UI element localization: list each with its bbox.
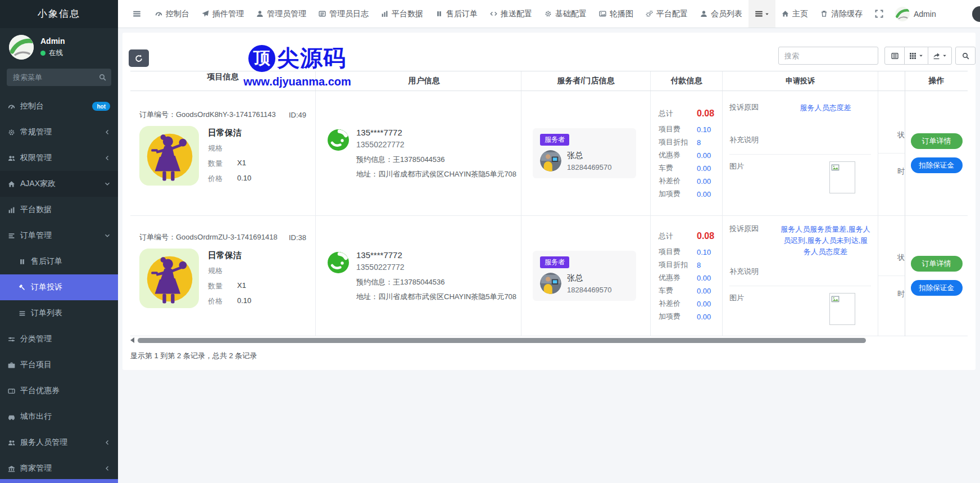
payment-line: 优惠券0.00	[659, 149, 722, 162]
sidebar-item-general[interactable]: 常规管理	[0, 119, 118, 145]
server-avatar	[540, 150, 561, 171]
order-id: ID:38	[289, 233, 306, 242]
complaint-image-thumb[interactable]	[829, 293, 855, 325]
columns-button[interactable]	[904, 47, 928, 65]
sidebar-toggle-button[interactable]	[125, 0, 149, 28]
watermark-logo: 顶	[248, 45, 275, 72]
product-image[interactable]	[139, 249, 199, 308]
header-complaint: 申请投诉	[723, 71, 878, 91]
detail-view-button[interactable]	[884, 47, 905, 65]
nav-admin-logs[interactable]: 管理员日志	[312, 0, 375, 28]
nav-aftersale-orders[interactable]: 售后订单	[429, 0, 484, 28]
top-navbar: 控制台 插件管理 管理员管理 管理员日志 平台数据 售后订单 推送配置 基础配置…	[118, 0, 980, 28]
refresh-button[interactable]	[129, 49, 149, 67]
order-id: ID:49	[289, 111, 306, 119]
chevron-left-icon	[105, 154, 110, 162]
order-number: 订单编号：GoodsOrdK8hY-3-1741761143	[139, 110, 276, 120]
sidebar-item-platform-data[interactable]: 平台数据	[0, 197, 118, 223]
header-actions: 操作	[905, 71, 968, 91]
actions-fixed-column: 操作 订单详情 扣除保证金 订单详情 扣除保证金	[905, 71, 968, 336]
header-server: 服务者/门店信息	[521, 71, 651, 91]
menu-search-input[interactable]	[7, 69, 111, 86]
nav-carousel[interactable]: 轮播图	[593, 0, 639, 28]
server-name: 张总	[567, 273, 612, 283]
nav-username[interactable]: Admin	[914, 10, 936, 19]
payment-line: 项目费0.10	[659, 246, 722, 259]
chevron-left-icon	[105, 464, 110, 473]
online-dot-icon	[40, 51, 46, 56]
export-icon	[933, 52, 940, 60]
payment-line: 项目费0.10	[659, 123, 722, 136]
user-icon	[256, 10, 264, 17]
user-phone: 13550227772	[356, 263, 516, 272]
deduct-deposit-button[interactable]: 扣除保证金	[911, 157, 963, 173]
sidebar: 小象信息 Admin 在线 控制台hot 常规管理 权限管理 AJAX家政 平台…	[0, 0, 118, 483]
nav-plugins[interactable]: 插件管理	[196, 0, 250, 28]
nav-members[interactable]: 会员列表	[694, 0, 748, 28]
address: 地址：四川省成都市武侯区CHAYIN茶隐5单元708	[356, 169, 516, 179]
bar-chart-icon	[381, 10, 388, 17]
user-icon	[700, 10, 707, 17]
app-brand[interactable]: 小象信息	[0, 0, 118, 28]
nav-platform-data[interactable]: 平台数据	[375, 0, 429, 28]
user-name: Admin	[40, 37, 65, 46]
deduct-deposit-button[interactable]: 扣除保证金	[911, 280, 963, 296]
nav-base-config[interactable]: 基础配置	[538, 0, 593, 28]
scroll-left-arrow-icon[interactable]	[130, 337, 134, 343]
nav-clear-cache[interactable]: 清除缓存	[814, 0, 869, 28]
sidebar-user-panel: Admin 在线	[0, 28, 118, 65]
sidebar-item-city-travel[interactable]: 城市出行	[0, 404, 118, 430]
sidebar-item-order-list[interactable]: 订单列表	[0, 300, 118, 326]
users-icon	[8, 439, 15, 446]
user-masked-phone: 135****7772	[356, 250, 516, 260]
scrollbar-thumb[interactable]	[138, 338, 866, 343]
nav-more-menu-button[interactable]	[748, 0, 775, 28]
nav-platform-config[interactable]: 平台配置	[639, 0, 694, 28]
home-icon	[782, 10, 789, 17]
gavel-icon	[19, 284, 26, 291]
complaint-note-label: 补充说明	[729, 135, 759, 145]
sidebar-item-merchants[interactable]: 商家管理	[0, 455, 118, 481]
sidebar-item-ajax-housekeeping[interactable]: AJAX家政	[0, 171, 118, 197]
hamburger-icon	[133, 10, 141, 18]
product-image[interactable]	[139, 126, 199, 186]
search-icon	[962, 52, 969, 60]
nav-admins[interactable]: 管理员管理	[250, 0, 312, 28]
sidebar-item-console[interactable]: 控制台hot	[0, 93, 118, 119]
sidebar-item-platform-coupons[interactable]: 平台优惠券	[0, 378, 118, 404]
complaint-image-thumb[interactable]	[829, 161, 855, 193]
image-icon	[599, 10, 606, 17]
detail-view-icon	[891, 52, 899, 60]
server-name: 张总	[567, 151, 612, 161]
server-phone: 18284469570	[567, 163, 612, 171]
table-search-input[interactable]	[778, 47, 878, 65]
sidebar-item-permissions[interactable]: 权限管理	[0, 145, 118, 171]
nav-home[interactable]: 主页	[775, 0, 814, 28]
menu-icon	[755, 10, 763, 18]
avatar[interactable]	[895, 7, 910, 21]
order-detail-button[interactable]: 订单详情	[911, 133, 963, 149]
hot-badge: hot	[92, 102, 110, 111]
nav-push-config[interactable]: 推送配置	[484, 0, 538, 28]
code-icon	[490, 10, 497, 17]
order-detail-button[interactable]: 订单详情	[911, 256, 963, 272]
nav-fullscreen-button[interactable]	[869, 0, 890, 28]
expand-icon	[875, 10, 883, 18]
payment-line: 补差价0.00	[659, 175, 722, 188]
avatar[interactable]	[9, 35, 34, 60]
sidebar-item-service-staff[interactable]: 服务人员管理	[0, 430, 118, 455]
sidebar-item-aftersale-orders[interactable]: 售后订单	[0, 249, 118, 274]
horizontal-scrollbar	[130, 337, 968, 343]
sidebar-item-order-management[interactable]: 订单管理	[0, 223, 118, 249]
log-icon	[319, 10, 326, 17]
sidebar-item-order-complaints[interactable]: 订单投诉	[0, 274, 118, 300]
nav-console[interactable]: 控制台	[149, 0, 196, 28]
export-button[interactable]	[928, 47, 952, 65]
complaint-reason: 服务人员态度差	[780, 102, 871, 114]
sidebar-item-category[interactable]: 分类管理	[0, 326, 118, 352]
search-button[interactable]	[955, 47, 976, 65]
sidebar-item-platform-projects[interactable]: 平台项目	[0, 352, 118, 378]
sidebar-nav: 控制台hot 常规管理 权限管理 AJAX家政 平台数据 订单管理 售后订单 订…	[0, 93, 118, 481]
spec-row: 规格	[208, 143, 251, 154]
payment-line: 项目折扣8	[659, 136, 722, 149]
